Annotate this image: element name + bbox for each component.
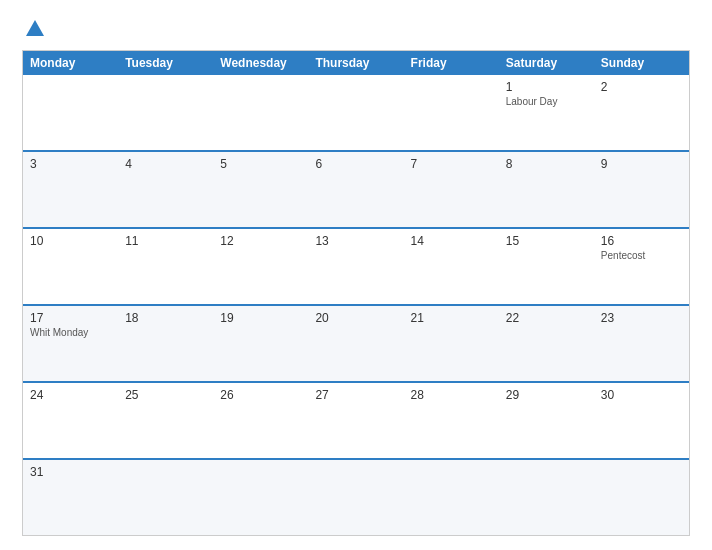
day-number: 7 bbox=[411, 157, 492, 171]
calendar-body: 1Labour Day2345678910111213141516Penteco… bbox=[23, 75, 689, 535]
calendar-cell: 16Pentecost bbox=[594, 229, 689, 304]
calendar-cell bbox=[118, 460, 213, 535]
calendar-cell: 30 bbox=[594, 383, 689, 458]
day-number: 30 bbox=[601, 388, 682, 402]
logo bbox=[22, 18, 46, 40]
calendar-cell bbox=[23, 75, 118, 150]
calendar-cell: 22 bbox=[499, 306, 594, 381]
calendar-cell: 14 bbox=[404, 229, 499, 304]
calendar-cell: 21 bbox=[404, 306, 499, 381]
day-number: 15 bbox=[506, 234, 587, 248]
calendar-week-5: 24252627282930 bbox=[23, 381, 689, 458]
calendar-cell bbox=[213, 460, 308, 535]
calendar-cell: 8 bbox=[499, 152, 594, 227]
page: Monday Tuesday Wednesday Thursday Friday… bbox=[0, 0, 712, 550]
day-number: 5 bbox=[220, 157, 301, 171]
calendar-cell bbox=[118, 75, 213, 150]
day-number: 9 bbox=[601, 157, 682, 171]
calendar-cell bbox=[594, 460, 689, 535]
day-number: 22 bbox=[506, 311, 587, 325]
day-number: 3 bbox=[30, 157, 111, 171]
calendar-week-3: 10111213141516Pentecost bbox=[23, 227, 689, 304]
calendar-week-2: 3456789 bbox=[23, 150, 689, 227]
day-number: 17 bbox=[30, 311, 111, 325]
header-thursday: Thursday bbox=[308, 51, 403, 75]
calendar-cell: 2 bbox=[594, 75, 689, 150]
calendar-cell: 24 bbox=[23, 383, 118, 458]
day-number: 26 bbox=[220, 388, 301, 402]
calendar-cell: 19 bbox=[213, 306, 308, 381]
calendar-cell bbox=[308, 460, 403, 535]
calendar-cell: 27 bbox=[308, 383, 403, 458]
calendar-cell: 13 bbox=[308, 229, 403, 304]
calendar-cell: 29 bbox=[499, 383, 594, 458]
calendar-cell: 28 bbox=[404, 383, 499, 458]
calendar-cell: 4 bbox=[118, 152, 213, 227]
day-number: 23 bbox=[601, 311, 682, 325]
calendar-cell: 20 bbox=[308, 306, 403, 381]
day-number: 12 bbox=[220, 234, 301, 248]
header bbox=[22, 18, 690, 40]
calendar-week-4: 17Whit Monday181920212223 bbox=[23, 304, 689, 381]
day-number: 13 bbox=[315, 234, 396, 248]
day-number: 8 bbox=[506, 157, 587, 171]
calendar-cell: 1Labour Day bbox=[499, 75, 594, 150]
calendar-cell bbox=[404, 75, 499, 150]
day-number: 6 bbox=[315, 157, 396, 171]
calendar-cell bbox=[404, 460, 499, 535]
calendar-week-6: 31 bbox=[23, 458, 689, 535]
day-number: 10 bbox=[30, 234, 111, 248]
calendar-cell: 26 bbox=[213, 383, 308, 458]
calendar-cell: 18 bbox=[118, 306, 213, 381]
day-number: 2 bbox=[601, 80, 682, 94]
calendar-cell: 31 bbox=[23, 460, 118, 535]
header-tuesday: Tuesday bbox=[118, 51, 213, 75]
day-number: 31 bbox=[30, 465, 111, 479]
day-number: 25 bbox=[125, 388, 206, 402]
day-number: 28 bbox=[411, 388, 492, 402]
calendar-week-1: 1Labour Day2 bbox=[23, 75, 689, 150]
calendar-cell: 11 bbox=[118, 229, 213, 304]
calendar-cell: 17Whit Monday bbox=[23, 306, 118, 381]
calendar-cell: 9 bbox=[594, 152, 689, 227]
day-number: 21 bbox=[411, 311, 492, 325]
day-number: 20 bbox=[315, 311, 396, 325]
header-friday: Friday bbox=[404, 51, 499, 75]
calendar-header-row: Monday Tuesday Wednesday Thursday Friday… bbox=[23, 51, 689, 75]
day-event: Whit Monday bbox=[30, 327, 111, 338]
day-number: 18 bbox=[125, 311, 206, 325]
day-number: 14 bbox=[411, 234, 492, 248]
day-number: 24 bbox=[30, 388, 111, 402]
day-number: 16 bbox=[601, 234, 682, 248]
calendar-cell: 23 bbox=[594, 306, 689, 381]
header-saturday: Saturday bbox=[499, 51, 594, 75]
header-monday: Monday bbox=[23, 51, 118, 75]
calendar-cell: 6 bbox=[308, 152, 403, 227]
day-event: Pentecost bbox=[601, 250, 682, 261]
logo-icon bbox=[24, 18, 46, 40]
calendar-cell: 15 bbox=[499, 229, 594, 304]
calendar-cell bbox=[308, 75, 403, 150]
day-number: 27 bbox=[315, 388, 396, 402]
day-number: 4 bbox=[125, 157, 206, 171]
day-number: 11 bbox=[125, 234, 206, 248]
calendar-cell: 25 bbox=[118, 383, 213, 458]
day-number: 19 bbox=[220, 311, 301, 325]
calendar-cell bbox=[213, 75, 308, 150]
calendar-cell: 7 bbox=[404, 152, 499, 227]
svg-marker-0 bbox=[26, 20, 44, 36]
calendar: Monday Tuesday Wednesday Thursday Friday… bbox=[22, 50, 690, 536]
calendar-cell: 5 bbox=[213, 152, 308, 227]
header-wednesday: Wednesday bbox=[213, 51, 308, 75]
calendar-cell: 3 bbox=[23, 152, 118, 227]
calendar-cell bbox=[499, 460, 594, 535]
header-sunday: Sunday bbox=[594, 51, 689, 75]
day-number: 1 bbox=[506, 80, 587, 94]
day-number: 29 bbox=[506, 388, 587, 402]
calendar-cell: 12 bbox=[213, 229, 308, 304]
day-event: Labour Day bbox=[506, 96, 587, 107]
calendar-cell: 10 bbox=[23, 229, 118, 304]
